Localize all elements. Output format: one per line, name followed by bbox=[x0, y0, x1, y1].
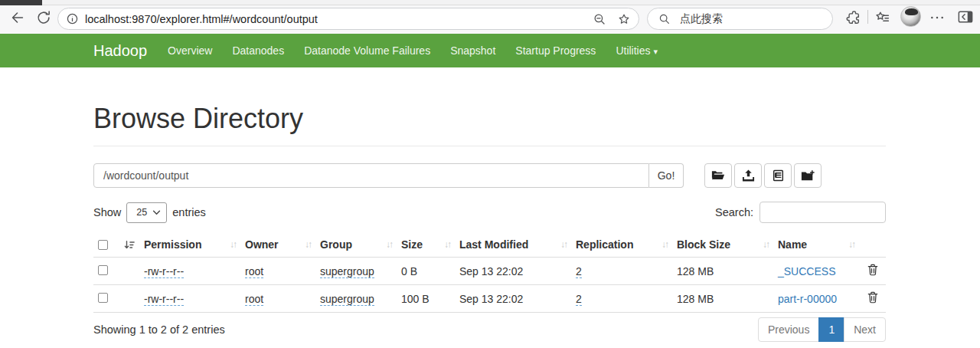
sort-icon[interactable]: ↓↑ bbox=[560, 239, 567, 250]
tab-strip bbox=[0, 0, 980, 5]
sort-icon[interactable]: ↓↑ bbox=[230, 239, 236, 250]
new-folder-icon bbox=[801, 169, 815, 182]
file-action-buttons bbox=[704, 163, 822, 188]
sort-icon[interactable]: ↓↑ bbox=[662, 239, 668, 250]
permission-cell[interactable]: -rw-r--r-- bbox=[144, 293, 184, 306]
table-search-input[interactable] bbox=[760, 202, 886, 223]
favorite-star-icon[interactable] bbox=[617, 12, 631, 26]
sort-icon[interactable]: ↓↑ bbox=[848, 239, 854, 250]
row-checkbox[interactable] bbox=[98, 265, 108, 275]
favorites-bar-icon[interactable] bbox=[874, 9, 890, 25]
owner-cell[interactable]: root bbox=[245, 293, 263, 306]
browser-tab[interactable] bbox=[0, 0, 42, 5]
delete-file-icon[interactable] bbox=[867, 266, 878, 278]
col-header-owner[interactable]: Owner↓↑ bbox=[240, 232, 315, 258]
entries-label: entries bbox=[172, 206, 206, 218]
file-table: Permission↓↑ Owner↓↑ Group↓↑ Size↓↑ Last… bbox=[93, 232, 886, 313]
hadoop-navbar: Hadoop Overview Datanodes Datanode Volum… bbox=[0, 34, 980, 67]
search-label: Search: bbox=[715, 206, 753, 218]
sort-icon[interactable]: ↓↑ bbox=[444, 239, 450, 250]
pagination: Previous 1 Next bbox=[758, 317, 886, 342]
search-controls: Search: bbox=[715, 202, 886, 223]
navbar-brand[interactable]: Hadoop bbox=[93, 42, 147, 60]
delete-file-icon[interactable] bbox=[867, 294, 878, 306]
modified-cell: Sep 13 22:02 bbox=[455, 285, 571, 313]
nav-item-datanode-volume-failures[interactable]: Datanode Volume Failures bbox=[294, 34, 440, 67]
file-name-link[interactable]: _SUCCESS bbox=[778, 265, 835, 277]
nav-item-overview[interactable]: Overview bbox=[158, 34, 222, 67]
open-folder-button[interactable] bbox=[704, 163, 732, 188]
group-cell[interactable]: supergroup bbox=[320, 265, 374, 278]
address-bar[interactable]: localhost:9870/explorer.html#/wordcount/… bbox=[57, 8, 639, 30]
clipboard-list-icon bbox=[773, 169, 784, 182]
browser-chrome: localhost:9870/explorer.html#/wordcount/… bbox=[0, 0, 980, 34]
extensions-icon[interactable] bbox=[845, 9, 861, 25]
title-divider bbox=[93, 146, 886, 146]
table-footer: Showing 1 to 2 of 2 entries Previous 1 N… bbox=[93, 317, 886, 342]
sort-icon[interactable]: ↓↑ bbox=[386, 239, 392, 250]
col-header-group[interactable]: Group↓↑ bbox=[315, 232, 397, 258]
replication-cell[interactable]: 2 bbox=[576, 265, 582, 278]
size-cell: 0 B bbox=[397, 258, 455, 285]
table-row: -rw-r--r-- root supergroup 0 B Sep 13 22… bbox=[93, 258, 886, 285]
col-header-replication[interactable]: Replication↓↑ bbox=[571, 232, 672, 258]
col-header-name[interactable]: Name↓↑ bbox=[773, 232, 859, 258]
previous-page-button[interactable]: Previous bbox=[758, 317, 819, 342]
sort-asc-icon[interactable] bbox=[124, 240, 135, 250]
nav-dropdown-utilities[interactable]: Utilities▾ bbox=[606, 34, 668, 68]
col-header-last-modified[interactable]: Last Modified↓↑ bbox=[455, 232, 571, 258]
replication-cell[interactable]: 2 bbox=[576, 293, 582, 306]
url-text[interactable]: localhost:9870/explorer.html#/wordcount/… bbox=[85, 13, 582, 25]
chevron-down-icon bbox=[152, 210, 161, 215]
back-icon[interactable] bbox=[9, 9, 26, 26]
table-body: -rw-r--r-- root supergroup 0 B Sep 13 22… bbox=[93, 258, 886, 313]
page-1-button[interactable]: 1 bbox=[818, 317, 844, 342]
file-name-link[interactable]: part-r-00000 bbox=[778, 293, 837, 305]
upload-files-button[interactable] bbox=[734, 163, 762, 188]
row-checkbox[interactable] bbox=[98, 293, 108, 303]
entries-info: Showing 1 to 2 of 2 entries bbox=[93, 323, 225, 336]
table-row: -rw-r--r-- root supergroup 100 B Sep 13 … bbox=[93, 285, 886, 313]
nav-item-snapshot[interactable]: Snapshot bbox=[440, 34, 505, 67]
caret-down-icon: ▾ bbox=[654, 47, 658, 56]
block-size-cell: 128 MB bbox=[672, 258, 773, 285]
cut-paste-button[interactable] bbox=[764, 163, 792, 188]
path-row: Go! bbox=[93, 163, 886, 188]
zoom-out-icon[interactable] bbox=[593, 12, 606, 26]
profile-avatar[interactable] bbox=[900, 6, 921, 27]
search-icon bbox=[658, 13, 671, 25]
go-button[interactable]: Go! bbox=[649, 163, 684, 188]
next-page-button[interactable]: Next bbox=[844, 317, 886, 342]
page-size-select[interactable]: 25 bbox=[126, 202, 167, 223]
col-header-permission[interactable]: Permission↓↑ bbox=[139, 232, 240, 258]
upload-icon bbox=[742, 169, 755, 182]
owner-cell[interactable]: root bbox=[245, 265, 263, 278]
show-label: Show bbox=[93, 206, 121, 218]
modified-cell: Sep 13 22:02 bbox=[455, 258, 571, 285]
browse-directory-page: Browse Directory Go! Show 25 e bbox=[93, 101, 886, 342]
folder-open-icon bbox=[711, 169, 725, 182]
sort-icon[interactable]: ↓↑ bbox=[763, 239, 769, 250]
page-size-value: 25 bbox=[136, 207, 147, 218]
permission-cell[interactable]: -rw-r--r-- bbox=[144, 265, 184, 278]
col-header-size[interactable]: Size↓↑ bbox=[397, 232, 455, 258]
more-menu-icon[interactable] bbox=[929, 11, 945, 24]
select-all-checkbox[interactable] bbox=[98, 240, 108, 250]
col-header-block-size[interactable]: Block Size↓↑ bbox=[672, 232, 773, 258]
site-info-icon[interactable] bbox=[66, 12, 79, 25]
sidebar-panel-icon[interactable] bbox=[957, 9, 974, 25]
block-size-cell: 128 MB bbox=[672, 285, 773, 313]
nav-item-startup-progress[interactable]: Startup Progress bbox=[505, 34, 606, 67]
refresh-icon[interactable] bbox=[35, 9, 52, 26]
utilities-label: Utilities bbox=[616, 44, 650, 57]
col-header-actions bbox=[859, 232, 886, 258]
create-directory-button[interactable] bbox=[794, 163, 822, 188]
nav-item-datanodes[interactable]: Datanodes bbox=[222, 34, 294, 67]
browser-search-placeholder: 点此搜索 bbox=[680, 12, 723, 26]
browser-search-box[interactable]: 点此搜索 bbox=[647, 8, 833, 30]
page-title: Browse Directory bbox=[93, 101, 886, 136]
group-cell[interactable]: supergroup bbox=[320, 293, 374, 306]
directory-path-input[interactable] bbox=[93, 163, 649, 188]
sort-icon[interactable]: ↓↑ bbox=[305, 239, 311, 250]
table-header-row: Permission↓↑ Owner↓↑ Group↓↑ Size↓↑ Last… bbox=[93, 232, 886, 258]
